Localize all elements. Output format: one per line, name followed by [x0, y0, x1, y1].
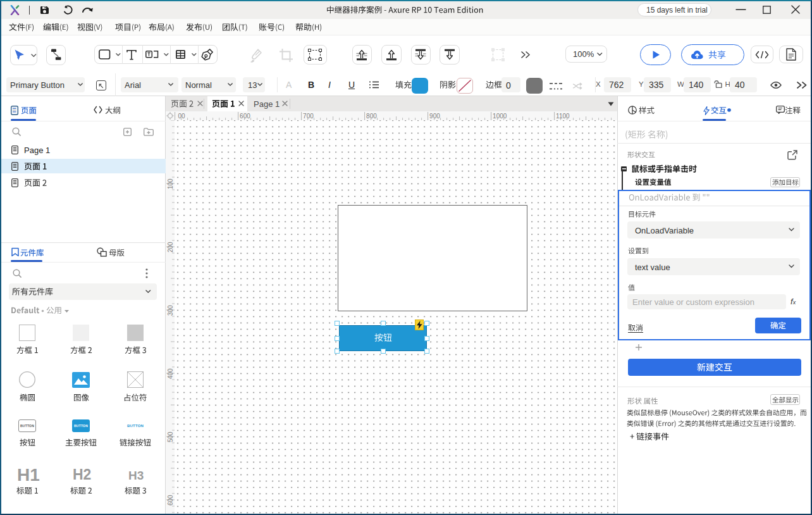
svg-text:100: 100 — [167, 178, 174, 189]
svg-text:300: 300 — [167, 305, 174, 316]
svg-text:900: 900 — [429, 113, 440, 120]
svg-text:700: 700 — [303, 113, 314, 120]
svg-text:800: 800 — [366, 113, 377, 120]
svg-text:1100: 1100 — [556, 113, 570, 120]
svg-text:600: 600 — [167, 495, 174, 506]
svg-text:1000: 1000 — [493, 113, 507, 120]
svg-text:200: 200 — [167, 242, 174, 252]
svg-text:500: 500 — [167, 431, 174, 442]
svg-text:00: 00 — [178, 113, 186, 120]
svg-text:400: 400 — [167, 368, 174, 379]
svg-text:600: 600 — [240, 113, 250, 120]
